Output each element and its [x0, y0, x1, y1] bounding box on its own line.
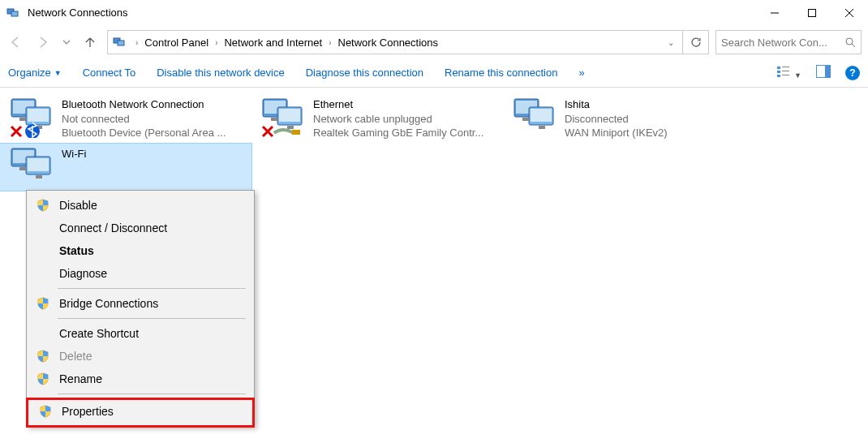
titlebar: Network Connections: [0, 0, 868, 26]
svg-rect-13: [782, 71, 789, 71]
menu-item-connect-disconnect[interactable]: Connect / Disconnect: [28, 217, 252, 239]
command-bar: Organize▼ Connect To Disable this networ…: [0, 58, 868, 88]
rename-button[interactable]: Rename this connection: [445, 67, 557, 79]
refresh-button[interactable]: [683, 30, 709, 54]
svg-rect-15: [782, 75, 789, 75]
menu-item-label: Properties: [62, 405, 114, 418]
menu-item-label: Connect / Disconnect: [59, 222, 167, 234]
svg-rect-14: [777, 75, 780, 77]
address-dropdown[interactable]: ⌄: [664, 38, 677, 47]
svg-point-8: [846, 38, 853, 45]
connection-item[interactable]: Bluetooth Network ConnectionNot connecte…: [0, 94, 251, 144]
menu-item-label: Bridge Connections: [59, 297, 158, 310]
network-icon: [260, 97, 305, 138]
shield-icon: [35, 350, 51, 363]
svg-rect-7: [118, 41, 124, 45]
connection-status: Disconnected: [565, 112, 750, 127]
connect-to-button[interactable]: Connect To: [83, 67, 136, 79]
help-icon[interactable]: ?: [845, 66, 860, 80]
menu-item-label: Status: [59, 244, 94, 257]
connection-status: Not connected: [62, 112, 247, 127]
connection-device: Realtek Gaming GbE Family Contr...: [313, 126, 498, 140]
menu-item-properties[interactable]: Properties: [31, 400, 250, 423]
shield-icon: [35, 297, 51, 310]
connection-name: Ishita: [565, 97, 750, 112]
menu-separator: [58, 318, 246, 319]
chevron-right-icon[interactable]: ›: [324, 38, 336, 47]
svg-rect-1: [11, 11, 18, 16]
overflow-button[interactable]: »: [578, 67, 584, 79]
menu-item-label: Delete: [59, 350, 92, 363]
menu-item-bridge-connections[interactable]: Bridge Connections: [28, 292, 252, 315]
connection-item[interactable]: EthernetNetwork cable unpluggedRealtek G…: [251, 94, 503, 144]
search-box[interactable]: Search Network Con...: [715, 30, 862, 54]
close-button[interactable]: [831, 0, 868, 26]
connection-name: Wi-Fi: [62, 147, 247, 161]
up-button[interactable]: [79, 32, 101, 53]
search-icon: [844, 37, 856, 48]
svg-rect-10: [777, 67, 780, 69]
breadcrumb-item[interactable]: Network and Internet: [222, 35, 324, 50]
location-icon: [113, 35, 127, 49]
disable-device-button[interactable]: Disable this network device: [157, 67, 285, 79]
forward-button[interactable]: [32, 32, 54, 53]
address-bar[interactable]: › Control Panel › Network and Internet ›…: [107, 30, 683, 54]
highlighted-menu-item: Properties: [26, 398, 255, 428]
app-icon: [6, 6, 21, 20]
menu-item-label: Create Shortcut: [59, 327, 139, 340]
connection-status: Network cable unplugged: [313, 112, 498, 127]
connection-name: Bluetooth Network Connection: [62, 97, 247, 112]
search-placeholder: Search Network Con...: [721, 37, 827, 49]
shield-icon: [35, 199, 51, 212]
menu-item-disable[interactable]: Disable: [28, 194, 252, 217]
svg-rect-12: [777, 71, 780, 73]
window-title: Network Connections: [28, 6, 756, 19]
maximize-button[interactable]: [793, 0, 831, 26]
shield-icon: [35, 372, 51, 385]
organize-menu[interactable]: Organize▼: [8, 67, 62, 79]
menu-item-label: Disable: [59, 199, 97, 212]
connection-item[interactable]: IshitaDisconnectedWAN Miniport (IKEv2): [503, 94, 754, 144]
chevron-right-icon[interactable]: ›: [131, 38, 143, 47]
menu-item-delete: Delete: [28, 345, 252, 368]
preview-pane-icon[interactable]: [816, 65, 831, 80]
diagnose-button[interactable]: Diagnose this connection: [306, 67, 423, 79]
svg-rect-11: [782, 67, 789, 67]
context-menu: DisableConnect / DisconnectStatusDiagnos…: [26, 190, 255, 427]
content-area: Bluetooth Network ConnectionNot connecte…: [0, 88, 868, 191]
menu-item-status[interactable]: Status: [28, 239, 252, 262]
menu-item-rename[interactable]: Rename: [28, 368, 252, 390]
svg-line-9: [852, 44, 855, 47]
menu-separator: [58, 288, 246, 289]
view-options-icon[interactable]: ▼: [776, 65, 801, 80]
menu-item-label: Rename: [59, 372, 102, 385]
breadcrumb-item[interactable]: Network Connections: [337, 35, 440, 50]
menu-item-create-shortcut[interactable]: Create Shortcut: [28, 322, 252, 345]
menu-separator: [58, 394, 246, 394]
connection-item[interactable]: Wi-Fi: [0, 144, 251, 191]
svg-rect-3: [809, 9, 816, 16]
network-icon: [8, 97, 54, 138]
svg-rect-17: [825, 66, 830, 77]
connection-device: WAN Miniport (IKEv2): [565, 126, 750, 140]
svg-rect-20: [292, 130, 300, 135]
shield-icon: [37, 405, 54, 418]
menu-item-diagnose[interactable]: Diagnose: [28, 262, 252, 285]
minimize-button[interactable]: [756, 0, 793, 26]
chevron-right-icon[interactable]: ›: [210, 38, 222, 47]
breadcrumb-item[interactable]: Control Panel: [143, 35, 210, 50]
nav-row: › Control Panel › Network and Internet ›…: [0, 26, 868, 58]
network-icon: [511, 97, 556, 138]
connection-device: Bluetooth Device (Personal Area ...: [62, 126, 247, 140]
back-button[interactable]: [5, 32, 26, 53]
network-icon: [8, 147, 54, 187]
connection-name: Ethernet: [313, 97, 498, 112]
recent-dropdown[interactable]: [60, 32, 73, 53]
menu-item-label: Diagnose: [59, 267, 107, 280]
